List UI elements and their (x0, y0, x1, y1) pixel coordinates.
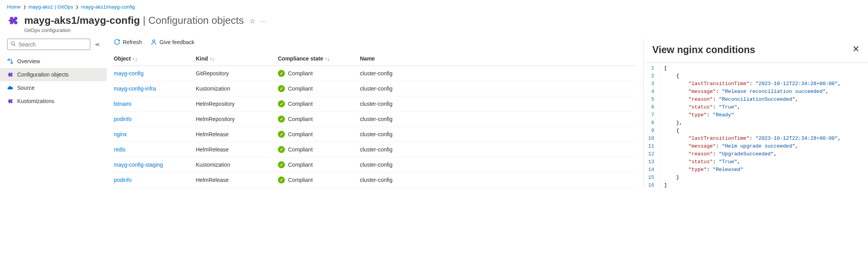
sort-icon: ↑↓ (325, 56, 330, 62)
check-icon: ✓ (278, 116, 285, 123)
json-viewer[interactable]: 12345678910111213141516 [ { "lastTransit… (644, 62, 868, 189)
kind-cell: HelmRelease (196, 173, 278, 188)
compliance-label: Compliant (288, 146, 313, 153)
sidebar-item-source[interactable]: Source (0, 81, 107, 94)
compliance-label: Compliant (288, 131, 313, 137)
name-cell: cluster-config (360, 142, 636, 157)
table-row: podinfo HelmRelease ✓Compliant cluster-c… (114, 173, 636, 188)
table-row: podinfo HelmRepository ✓Compliant cluste… (114, 112, 636, 127)
table-row: mayg-config-staging Kustomization ✓Compl… (114, 157, 636, 173)
extension-icon (7, 71, 13, 78)
name-cell: cluster-config (360, 173, 636, 188)
svg-line-1 (14, 44, 16, 46)
svg-point-3 (11, 62, 13, 64)
page-caption: GitOps configuration (24, 27, 244, 33)
sidebar-item-label: Overview (17, 58, 40, 64)
object-link[interactable]: bitnami (114, 101, 131, 107)
breadcrumb-item[interactable]: mayg-aks1 | GitOps (29, 4, 73, 10)
refresh-label: Refresh (123, 39, 142, 45)
kind-cell: HelmRelease (196, 142, 278, 157)
check-icon: ✓ (278, 161, 285, 168)
col-compliance[interactable]: Compliance state↑↓ (278, 52, 360, 66)
extension-icon (7, 14, 19, 26)
name-cell: cluster-config (360, 157, 636, 173)
sort-icon: ↑↓ (209, 56, 215, 62)
more-icon[interactable]: ··· (260, 18, 267, 24)
sidebar-item-config-objects[interactable]: Configuration objects (0, 68, 107, 81)
col-kind[interactable]: Kind↑↓ (196, 52, 278, 66)
kind-cell: Kustomization (196, 157, 278, 173)
table-row: mayg-config GitRepository ✓Compliant clu… (114, 66, 636, 81)
feedback-label: Give feedback (159, 39, 195, 45)
kind-cell: GitRepository (196, 66, 278, 81)
name-cell: cluster-config (360, 81, 636, 96)
panel-title: View nginx conditions (652, 44, 755, 55)
search-input[interactable] (18, 41, 87, 48)
check-icon: ✓ (278, 176, 285, 183)
page-title: mayg-aks1/mayg-config (24, 14, 140, 26)
check-icon: ✓ (278, 131, 285, 138)
search-icon (11, 41, 16, 48)
object-link[interactable]: mayg-config (114, 70, 143, 77)
name-cell: cluster-config (360, 112, 636, 127)
object-link[interactable]: podinfo (114, 116, 132, 122)
svg-point-0 (11, 42, 14, 45)
svg-point-2 (8, 59, 9, 61)
config-objects-table: Object↑↓ Kind↑↓ Compliance state↑↓ Name … (114, 52, 636, 188)
search-input-wrapper[interactable] (7, 39, 90, 50)
sidebar-item-label: Source (17, 85, 34, 91)
page-header: mayg-aks1/mayg-config | Configuration ob… (0, 12, 868, 39)
table-row: mayg-config-infra Kustomization ✓Complia… (114, 81, 636, 96)
chevron-right-icon: ❯ (23, 5, 26, 9)
table-row: bitnami HelmRepository ✓Compliant cluste… (114, 96, 636, 112)
sidebar: ≪ Overview Configuration objects Source (0, 39, 107, 189)
svg-point-4 (153, 40, 155, 42)
favorite-star-icon[interactable]: ☆ (249, 17, 256, 25)
chevron-right-icon: ❯ (75, 5, 79, 9)
breadcrumb: Home ❯ mayg-aks1 | GitOps ❯ mayg-aks1/ma… (0, 0, 868, 12)
kind-cell: Kustomization (196, 81, 278, 96)
overview-icon (7, 58, 13, 64)
name-cell: cluster-config (360, 127, 636, 142)
refresh-button[interactable]: Refresh (114, 39, 142, 45)
object-link[interactable]: mayg-config-staging (114, 162, 163, 168)
name-cell: cluster-config (360, 66, 636, 81)
feedback-button[interactable]: Give feedback (150, 39, 195, 45)
table-row: nginx HelmRelease ✓Compliant cluster-con… (114, 127, 636, 142)
compliance-label: Compliant (288, 162, 313, 168)
sidebar-item-overview[interactable]: Overview (0, 55, 107, 68)
close-icon[interactable]: ✕ (852, 44, 859, 54)
name-cell: cluster-config (360, 96, 636, 112)
col-object[interactable]: Object↑↓ (114, 52, 196, 66)
object-link[interactable]: podinfo (114, 177, 132, 183)
compliance-label: Compliant (288, 177, 313, 183)
object-link[interactable]: nginx (114, 131, 127, 137)
sort-icon: ↑↓ (132, 56, 138, 62)
breadcrumb-item[interactable]: Home (7, 4, 21, 10)
breadcrumb-item[interactable]: mayg-aks1/mayg-config (81, 4, 135, 10)
object-link[interactable]: mayg-config-infra (114, 85, 156, 92)
collapse-sidebar-icon[interactable]: ≪ (95, 42, 100, 47)
check-icon: ✓ (278, 70, 285, 77)
sidebar-item-kustomizations[interactable]: Kustomizations (0, 94, 107, 108)
check-icon: ✓ (278, 146, 285, 153)
compliance-label: Compliant (288, 70, 313, 77)
feedback-icon (150, 39, 157, 45)
sidebar-item-label: Kustomizations (17, 98, 54, 104)
compliance-label: Compliant (288, 116, 313, 122)
object-link[interactable]: redis (114, 146, 125, 153)
compliance-label: Compliant (288, 85, 313, 92)
kind-cell: HelmRepository (196, 112, 278, 127)
kind-cell: HelmRelease (196, 127, 278, 142)
page-subtitle: | Configuration objects (140, 14, 243, 26)
refresh-icon (114, 39, 120, 45)
check-icon: ✓ (278, 100, 285, 107)
toolbar: Refresh Give feedback (114, 39, 636, 52)
compliance-label: Compliant (288, 101, 313, 107)
kind-cell: HelmRepository (196, 96, 278, 112)
extension-icon (7, 98, 13, 104)
col-name[interactable]: Name (360, 52, 636, 66)
sidebar-item-label: Configuration objects (17, 71, 69, 78)
conditions-panel: View nginx conditions ✕ 1234567891011121… (643, 39, 868, 189)
cloud-icon (7, 85, 13, 91)
